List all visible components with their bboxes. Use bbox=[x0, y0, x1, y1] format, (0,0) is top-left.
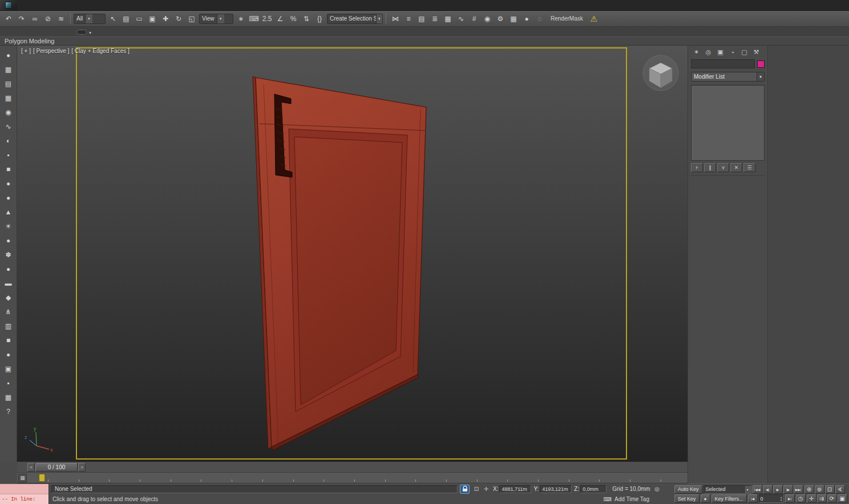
playback-button[interactable]: ◀| bbox=[763, 485, 773, 494]
toolbar-icon[interactable]: {} bbox=[313, 13, 326, 25]
auto-key-button[interactable]: Auto Key bbox=[674, 485, 702, 494]
toolbar-icon[interactable]: ⋈ bbox=[389, 13, 402, 25]
menu-item[interactable] bbox=[35, 4, 45, 6]
viewport-canvas[interactable]: x y z bbox=[17, 46, 688, 462]
set-keys-icon[interactable]: ◆ bbox=[701, 494, 710, 503]
toolbar-icon[interactable]: ≣ bbox=[428, 13, 441, 25]
listener-pane[interactable]: -- In line: bbox=[0, 494, 48, 504]
left-toolbar-icon[interactable]: ◆ bbox=[2, 291, 15, 303]
stack-button[interactable]: ☰ bbox=[743, 163, 755, 172]
menu-item[interactable] bbox=[108, 4, 118, 6]
left-toolbar-icon[interactable]: ▦ bbox=[2, 63, 15, 75]
toolbar-icon[interactable]: ∠ bbox=[274, 13, 286, 25]
toolbar-icon[interactable]: ◌ bbox=[533, 13, 546, 25]
command-panel-tab[interactable]: ◎ bbox=[703, 47, 714, 57]
playback-button[interactable]: ▶ bbox=[773, 485, 783, 494]
menu-item[interactable] bbox=[72, 4, 81, 6]
toolbar-icon[interactable]: ↶ bbox=[2, 13, 15, 25]
selection-lock-toggle[interactable] bbox=[460, 485, 470, 494]
toolbar-icon[interactable]: ⇅ bbox=[300, 13, 313, 25]
stack-button[interactable]: ⋎ bbox=[717, 163, 729, 172]
left-toolbar-icon[interactable]: ▥ bbox=[2, 320, 15, 332]
menu-item[interactable] bbox=[118, 4, 127, 6]
object-name-field[interactable] bbox=[691, 59, 755, 68]
next-frame-arrow[interactable]: > bbox=[78, 463, 86, 472]
stack-button[interactable]: ∥ bbox=[704, 163, 716, 172]
toolbar-icon[interactable]: ● bbox=[520, 13, 533, 25]
command-panel-tab[interactable]: ⚒ bbox=[751, 47, 762, 57]
toolbar-icon[interactable]: ▤ bbox=[415, 13, 428, 25]
playback-button[interactable]: |◀◀ bbox=[753, 485, 762, 494]
viewport-menu-plus[interactable]: [ + ] bbox=[21, 48, 31, 54]
nav-button[interactable]: ✛ bbox=[807, 494, 816, 503]
left-toolbar-icon[interactable]: ■ bbox=[2, 163, 15, 175]
menu-item[interactable] bbox=[81, 4, 90, 6]
key-filters-button[interactable]: Key Filters... bbox=[711, 494, 747, 503]
left-toolbar-icon[interactable]: ■ bbox=[2, 334, 15, 346]
toolbar-icon[interactable]: ⊘ bbox=[42, 13, 54, 25]
selection-filter-dropdown[interactable]: All ▾ bbox=[74, 14, 106, 24]
frame-spinner[interactable]: ▴ ▾ bbox=[781, 496, 782, 502]
toolbar-icon[interactable]: 2.5 bbox=[261, 13, 273, 25]
key-set-dropdown[interactable]: Selected ▾ bbox=[704, 485, 751, 494]
add-time-tag[interactable]: Add Time Tag bbox=[614, 496, 649, 502]
toolbar-icon[interactable]: ↷ bbox=[15, 13, 28, 25]
menu-item[interactable] bbox=[17, 4, 26, 6]
toolbar-icon[interactable]: ▣ bbox=[146, 13, 159, 25]
time-slider[interactable]: < 0 / 100 > bbox=[27, 463, 86, 472]
toolbar-icon[interactable]: ◉ bbox=[481, 13, 494, 25]
left-toolbar-icon[interactable]: ▤ bbox=[2, 78, 15, 90]
left-toolbar-icon[interactable]: ∿ bbox=[2, 120, 15, 132]
object-color-swatch[interactable] bbox=[757, 60, 765, 68]
communication-center-icon[interactable]: ◎ bbox=[653, 485, 662, 494]
left-toolbar-icon[interactable]: ● bbox=[2, 234, 15, 246]
left-toolbar-icon[interactable]: ● bbox=[2, 348, 15, 360]
stack-button[interactable]: ⊦ bbox=[691, 163, 703, 172]
z-coordinate-field[interactable]: 0,0mm bbox=[580, 485, 607, 493]
viewcube[interactable] bbox=[643, 55, 678, 91]
left-toolbar-icon[interactable]: ✽ bbox=[2, 249, 15, 261]
command-panel-tab[interactable]: ▢ bbox=[739, 47, 750, 57]
previous-key-button[interactable]: |◀ bbox=[748, 494, 758, 503]
menu-item[interactable] bbox=[99, 4, 108, 6]
current-frame-field[interactable]: 0 ▴ ▾ bbox=[759, 494, 784, 503]
toolbar-icon[interactable]: ✚ bbox=[159, 13, 172, 25]
left-toolbar-icon[interactable]: ? bbox=[2, 405, 15, 417]
modifier-list-dropdown[interactable]: Modifier List ▾ bbox=[691, 72, 765, 82]
nav-button[interactable]: ⇉ bbox=[817, 494, 827, 503]
left-toolbar-icon[interactable]: ▦ bbox=[2, 92, 15, 104]
ribbon-panel-strip[interactable]: Polygon Modeling bbox=[0, 36, 849, 46]
left-toolbar-icon[interactable]: ◉ bbox=[2, 106, 15, 118]
left-toolbar-icon[interactable]: ▪ bbox=[2, 149, 15, 161]
named-selection-sets-dropdown[interactable]: Create Selection Se ▾ bbox=[327, 14, 383, 24]
time-configuration-button[interactable]: ◷ bbox=[796, 494, 806, 503]
next-key-button[interactable]: ▶| bbox=[785, 494, 795, 503]
menu-item[interactable] bbox=[136, 4, 145, 6]
left-toolbar-icon[interactable]: ▬ bbox=[2, 277, 15, 289]
keyboard-shortcut-toggle-icon[interactable]: ⌨ bbox=[603, 494, 612, 503]
time-slider-handle[interactable]: 0 / 100 bbox=[35, 463, 78, 472]
toolbar-icon[interactable]: % bbox=[287, 13, 300, 25]
set-key-button[interactable]: Set Key bbox=[674, 494, 700, 503]
status-icon[interactable]: ⊡ bbox=[472, 485, 481, 494]
status-icon[interactable]: ✛ bbox=[482, 485, 491, 494]
time-position-marker[interactable] bbox=[39, 474, 45, 482]
ribbon-minimize-icon[interactable]: ▾ bbox=[89, 30, 91, 35]
nav-button[interactable]: ▣ bbox=[838, 494, 847, 503]
open-mini-curve-editor-button[interactable]: ▦ bbox=[18, 474, 27, 482]
left-toolbar-icon[interactable]: ▪ bbox=[2, 377, 15, 389]
macro-recorder-pane[interactable] bbox=[0, 484, 48, 494]
command-panel-tab[interactable]: ✶ bbox=[691, 47, 702, 57]
viewport-menu-view[interactable]: [ Perspective ] bbox=[33, 48, 69, 54]
toolbar-icon[interactable]: ∗ bbox=[235, 13, 247, 25]
toolbar-icon[interactable]: ▦ bbox=[507, 13, 520, 25]
playback-button[interactable]: |▶ bbox=[783, 485, 793, 494]
ribbon-display-toggle-icon[interactable] bbox=[76, 30, 87, 35]
left-toolbar-icon[interactable]: ▲ bbox=[2, 206, 15, 218]
left-toolbar-icon[interactable]: ☀ bbox=[2, 220, 15, 232]
viewport-menu-shading[interactable]: [ Clay + Edged Faces ] bbox=[71, 48, 129, 54]
toolbar-icon[interactable]: ▭ bbox=[133, 13, 145, 25]
left-toolbar-icon[interactable]: ⋔ bbox=[2, 306, 15, 318]
spinner-down-icon[interactable]: ▾ bbox=[781, 499, 782, 502]
left-toolbar-icon[interactable]: ▣ bbox=[2, 363, 15, 375]
